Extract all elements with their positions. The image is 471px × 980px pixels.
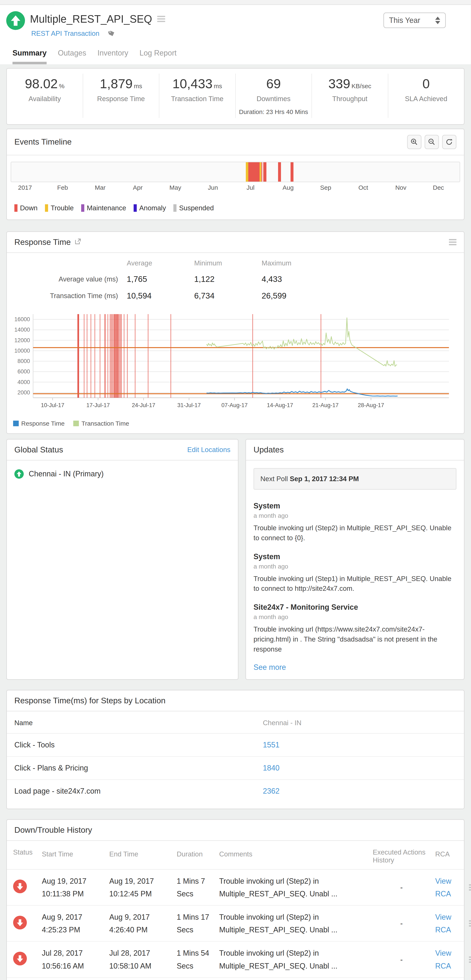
timeline-trouble-bar xyxy=(246,162,249,181)
min-value: 6,734 xyxy=(194,291,262,301)
stat-response-time: 1,879ms Response Time xyxy=(83,74,159,118)
comment: Trouble invoking url (Step2) in Multiple… xyxy=(219,875,368,900)
anomaly-swatch xyxy=(134,204,137,212)
down-history-title: Down/Trouble History xyxy=(14,826,92,835)
steps-title: Response Time(ms) for Steps by Location xyxy=(14,696,166,705)
step-value-link[interactable]: 2362 xyxy=(263,787,279,795)
view-rca-link[interactable]: View RCA xyxy=(435,911,464,936)
legend-suspended: Suspended xyxy=(173,204,214,212)
chart-menu-icon[interactable] xyxy=(449,239,457,245)
zoom-reset-button[interactable] xyxy=(442,135,457,149)
tab-log-report[interactable]: Log Report xyxy=(139,49,177,64)
transaction-time-label: Transaction Time xyxy=(161,95,234,103)
timeline-month-label: 2017 xyxy=(18,184,32,191)
table-row: Click - Plans & Pricing 1840 xyxy=(7,757,464,780)
timeline-down-bar xyxy=(278,162,281,181)
monitor-menu-icon[interactable] xyxy=(157,16,165,22)
legend-response-time: Response Time xyxy=(13,420,64,427)
start-time: Jul 28, 2017 10:56:16 AM xyxy=(42,947,104,972)
stats-summary-card: 98.02% Availability 1,879ms Response Tim… xyxy=(6,68,465,125)
external-link-icon[interactable] xyxy=(75,237,81,247)
update-item: System a month ago Trouble invoking url … xyxy=(246,548,464,599)
tab-outages[interactable]: Outages xyxy=(58,49,86,64)
throughput-unit: KB/sec xyxy=(351,83,371,89)
row-menu-icon[interactable] xyxy=(469,920,471,926)
duration: 1 Mins 54 Secs xyxy=(177,947,214,972)
response-time-value: 1,879 xyxy=(100,76,133,91)
tab-bar: Summary Outages Inventory Log Report xyxy=(13,49,465,64)
sla-label: SLA Achieved xyxy=(390,95,463,103)
zoom-in-button[interactable] xyxy=(407,135,422,149)
update-item: System a month ago Trouble invoking url … xyxy=(246,497,464,548)
tab-summary[interactable]: Summary xyxy=(13,49,46,64)
summary-col-minimum: Minimum xyxy=(194,259,262,267)
availability-unit: % xyxy=(59,83,64,89)
monitor-type-link[interactable]: REST API Transaction xyxy=(31,30,99,37)
maintenance-swatch xyxy=(81,204,84,212)
step-value-link[interactable]: 1840 xyxy=(263,764,279,772)
update-item: Site24x7 - Monitoring Service a month ag… xyxy=(246,598,464,659)
downtimes-duration: Duration: 23 Hrs 40 Mins xyxy=(237,108,310,115)
steps-col-location: Chennai - IN xyxy=(263,719,302,727)
legend-down: Down xyxy=(14,204,37,212)
executed-actions: - xyxy=(373,955,430,964)
time-range-select[interactable]: This Year xyxy=(383,13,446,28)
update-source: System xyxy=(254,552,457,561)
events-timeline-card: Events Timeline 2017FebMarAprMayJunJulAu… xyxy=(6,129,465,220)
duration: 1 Mins 7 Secs xyxy=(177,875,214,900)
summary-col-average: Average xyxy=(127,259,194,267)
timeline-month-label: Dec xyxy=(433,184,444,191)
update-age: a month ago xyxy=(254,512,457,519)
view-rca-link[interactable]: View RCA xyxy=(435,947,464,972)
legend-maintenance: Maintenance xyxy=(81,204,126,212)
comment: Trouble invoking url (Step2) in Multiple… xyxy=(219,947,368,972)
tag-icon[interactable] xyxy=(108,31,115,38)
update-age: a month ago xyxy=(254,614,457,620)
summary-row-label: Average value (ms) xyxy=(14,275,127,283)
svg-text:16000: 16000 xyxy=(14,316,30,323)
location-status-item: Chennai - IN (Primary) xyxy=(14,469,230,479)
response-time-label: Response Time xyxy=(85,95,158,103)
downtimes-value: 69 xyxy=(266,76,281,91)
next-poll-box: Next Poll Sep 1, 2017 12:34 PM xyxy=(254,468,457,490)
comment: Trouble invoking url (Step2) in Multiple… xyxy=(219,911,368,936)
row-menu-icon[interactable] xyxy=(469,956,471,963)
update-source: System xyxy=(254,501,457,510)
table-row: Click - Tools 1551 xyxy=(7,734,464,757)
tab-inventory[interactable]: Inventory xyxy=(97,49,128,64)
timeline-month-label: Mar xyxy=(95,184,105,191)
end-time: Jul 28, 2017 10:58:10 AM xyxy=(109,947,172,972)
view-rca-link[interactable]: View RCA xyxy=(435,875,464,900)
stat-availability: 98.02% Availability xyxy=(7,74,83,118)
table-row: Aug 19, 2017 10:11:38 PM Aug 19, 2017 10… xyxy=(7,870,464,906)
timeline-month-label: May xyxy=(169,184,181,191)
svg-text:4000: 4000 xyxy=(18,379,30,385)
col-status: Status xyxy=(13,848,37,864)
steps-card: Response Time(ms) for Steps by Location … xyxy=(6,690,465,809)
status-up-icon xyxy=(6,11,25,30)
stat-sla: 0 SLA Achieved xyxy=(388,74,464,118)
timeline-down-bar xyxy=(262,162,262,181)
legend-transaction-time: Transaction Time xyxy=(73,420,129,427)
step-value-link[interactable]: 1551 xyxy=(263,741,279,749)
updates-see-more-link[interactable]: See more xyxy=(246,659,294,679)
events-timeline-track[interactable] xyxy=(11,162,460,182)
timeline-month-label: Jul xyxy=(246,184,254,191)
max-value: 4,433 xyxy=(262,275,329,284)
availability-value: 98.02 xyxy=(25,76,58,91)
events-timeline-axis: 2017FebMarAprMayJunJulAugSepOctNovDec xyxy=(11,184,460,194)
svg-text:31-Jul-17: 31-Jul-17 xyxy=(177,402,201,408)
row-menu-icon[interactable] xyxy=(469,884,471,891)
timeline-down-bar xyxy=(291,162,294,181)
steps-header-row: Name Chennai - IN xyxy=(7,711,464,734)
col-rca: RCA xyxy=(435,848,464,864)
start-time: Aug 19, 2017 10:11:38 PM xyxy=(42,875,104,900)
page-title: Multiple_REST_API_SEQ xyxy=(30,13,152,25)
zoom-out-button[interactable] xyxy=(425,135,439,149)
response-time-chart[interactable]: 20004000600080001000012000140001600010-J… xyxy=(7,312,453,417)
transaction-time-value: 10,433 xyxy=(172,76,212,91)
edit-locations-link[interactable]: Edit Locations xyxy=(187,446,230,454)
col-start-time: Start Time xyxy=(42,848,104,864)
timeline-month-label: Feb xyxy=(57,184,68,191)
updates-card: Updates Next Poll Sep 1, 2017 12:34 PM S… xyxy=(245,439,465,680)
